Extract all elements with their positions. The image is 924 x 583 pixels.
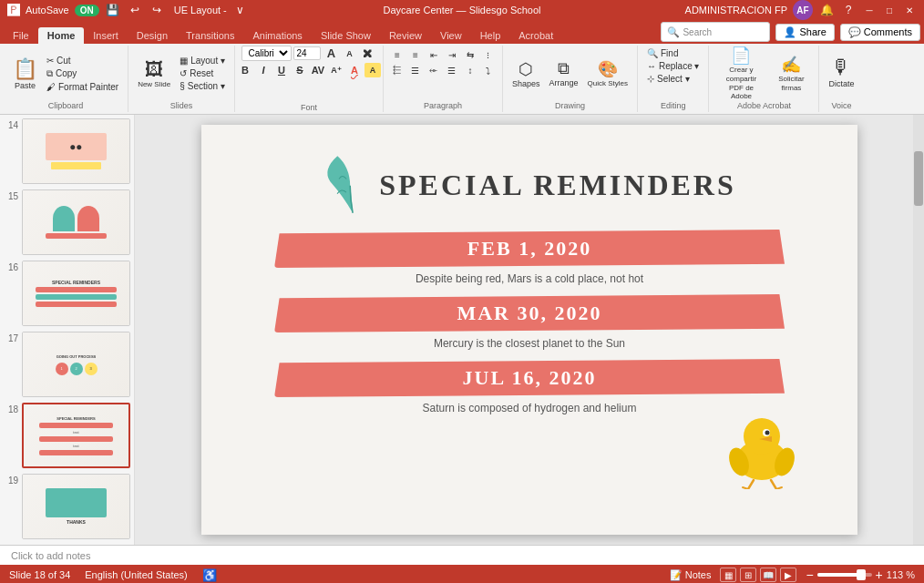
slide-thumb-14[interactable]: 14 ⬤ ⬤ <box>4 118 130 184</box>
redo-icon[interactable]: ↪ <box>149 2 165 18</box>
arrange-icon: ⧉ <box>558 59 570 78</box>
tab-review[interactable]: Review <box>380 27 431 44</box>
format-painter-button[interactable]: 🖌 Format Painter <box>43 81 122 93</box>
reminder-3-date: JUL 16, 2020 <box>274 359 785 397</box>
ribbon-group-paragraph: ≡ ≡ ⇤ ⇥ ⇆ ⫶ ⬱ ☰ ⬰ ☰ ↕ ⤵ Paragraph <box>384 46 503 112</box>
accessibility-icon[interactable]: ♿ <box>202 568 217 582</box>
reminder-2: MAR 30, 2020 Mercury is the closest plan… <box>274 294 785 350</box>
numbered-list-btn[interactable]: ≡ <box>407 47 424 62</box>
font-name-select[interactable]: Calibri <box>241 46 292 61</box>
rtl-btn[interactable]: ⇆ <box>462 47 478 62</box>
layout-button[interactable]: ▦ Layout ▾ <box>176 55 229 66</box>
zoom-slider[interactable] <box>817 573 872 577</box>
notes-bar[interactable]: Click to add notes <box>0 545 924 565</box>
tab-animations[interactable]: Animations <box>243 27 311 44</box>
autosave-toggle[interactable]: ON <box>75 5 99 16</box>
share-button[interactable]: 👤 Share <box>775 24 834 41</box>
section-icon: § <box>180 81 185 91</box>
request-signatures-button[interactable]: ✍ Solicitar firmas <box>769 49 813 98</box>
find-button[interactable]: 🔍 Find <box>643 47 703 59</box>
char-spacing-btn[interactable]: AV <box>310 63 326 77</box>
align-right-btn[interactable]: ⬰ <box>426 63 442 77</box>
tab-home[interactable]: Home <box>38 27 85 44</box>
paste-button[interactable]: 📋 Paste <box>9 49 41 98</box>
more-icon[interactable]: ∨ <box>232 2 249 18</box>
dictate-button[interactable]: 🎙 Dictate <box>825 47 857 97</box>
cut-button[interactable]: ✂ Cut <box>43 55 122 66</box>
tab-view[interactable]: View <box>431 27 471 44</box>
create-pdf-button[interactable]: 📄 Crear y compartir PDF de Adobe <box>714 49 767 98</box>
user-avatar[interactable]: AF <box>793 0 813 20</box>
slide-thumb-17[interactable]: 17 GOING OUT PROCESS 1 2 3 <box>4 332 130 397</box>
maximize-btn[interactable]: □ <box>882 4 897 16</box>
lang-info: English (United States) <box>85 569 188 580</box>
tab-file[interactable]: File <box>4 27 38 44</box>
search-icon: 🔍 <box>667 26 680 38</box>
slide-thumb-19[interactable]: 19 THANKS <box>4 474 130 539</box>
tab-help[interactable]: Help <box>471 27 510 44</box>
layout-indicator: UE Layout - <box>174 5 227 15</box>
justify-btn[interactable]: ☰ <box>444 63 460 77</box>
font-size-input[interactable] <box>293 46 321 60</box>
bold-btn[interactable]: B <box>237 63 253 77</box>
save-icon[interactable]: 💾 <box>105 2 121 18</box>
new-slide-button[interactable]: 🖼 New Slide <box>134 49 174 98</box>
tab-acrobat[interactable]: Acrobat <box>509 27 562 44</box>
shapes-button[interactable]: ⬡ Shapes <box>508 49 544 98</box>
copy-icon: ⧉ <box>46 68 53 79</box>
tab-transitions[interactable]: Transitions <box>177 27 243 44</box>
slide-sorter-btn[interactable]: ⊞ <box>740 568 756 582</box>
font-grow-btn[interactable]: A <box>323 46 339 61</box>
minimize-btn[interactable]: ─ <box>862 4 877 16</box>
zoom-in-btn[interactable]: + <box>876 568 883 582</box>
font-color-btn[interactable]: A <box>346 63 363 77</box>
notes-btn[interactable]: 📝 Notes <box>670 569 712 581</box>
reading-view-btn[interactable]: 📖 <box>760 568 776 582</box>
undo-icon[interactable]: ↩ <box>127 2 143 18</box>
arrange-button[interactable]: ⧉ Arrange <box>546 49 582 98</box>
font-row-1: Calibri A A 🗙 <box>241 46 375 61</box>
align-left-btn[interactable]: ⬱ <box>389 63 406 77</box>
close-btn[interactable]: ✕ <box>902 4 917 16</box>
reset-button[interactable]: ↺ Reset <box>176 67 229 79</box>
text-direction-btn[interactable]: ⤵ <box>480 63 497 77</box>
line-spacing-btn[interactable]: ↕ <box>462 63 478 77</box>
bullet-list-btn[interactable]: ≡ <box>389 47 406 62</box>
slideshow-btn[interactable]: ▶ <box>780 568 796 582</box>
normal-view-btn[interactable]: ▦ <box>720 568 736 582</box>
tab-slideshow[interactable]: Slide Show <box>312 27 380 44</box>
strikethrough-btn[interactable]: S <box>292 63 308 77</box>
section-button[interactable]: § Section ▾ <box>176 80 229 92</box>
bell-icon[interactable]: 🔔 <box>818 2 835 18</box>
right-scrollbar[interactable] <box>913 115 924 545</box>
tab-design[interactable]: Design <box>128 27 177 44</box>
comments-button[interactable]: 💬 Comments <box>840 24 920 41</box>
tab-insert[interactable]: Insert <box>84 27 128 44</box>
font-shrink-btn[interactable]: A <box>341 46 357 61</box>
ribbon-group-voice: 🎙 Dictate Voice <box>819 46 863 112</box>
slide-thumb-18[interactable]: 18 SPECIAL REMINDERS text text <box>4 403 130 468</box>
slide-thumb-15[interactable]: 15 <box>4 189 130 255</box>
replace-icon: ↔ <box>647 61 656 71</box>
zoom-out-btn[interactable]: − <box>806 568 813 582</box>
highlight-btn[interactable]: A <box>364 63 381 77</box>
col-btn[interactable]: ⫶ <box>480 47 497 62</box>
ribbon: 📋 Paste ✂ Cut ⧉ Copy 🖌 Format Painter Cl… <box>0 44 924 115</box>
scroll-thumb <box>914 151 923 206</box>
underline-btn[interactable]: U <box>273 63 290 77</box>
text-shadow-btn[interactable]: A⁺ <box>328 63 344 77</box>
select-button[interactable]: ⊹ Select ▾ <box>643 73 703 85</box>
search-box[interactable]: 🔍 Search <box>661 22 770 42</box>
slide-canvas[interactable]: SPECIAL REMINDERS FEB 1, 2020 Despite be… <box>201 125 857 535</box>
decrease-indent-btn[interactable]: ⇤ <box>426 47 442 62</box>
slide-thumb-16[interactable]: 16 SPECIAL REMINDERS <box>4 261 130 326</box>
center-btn[interactable]: ☰ <box>407 63 424 77</box>
increase-indent-btn[interactable]: ⇥ <box>444 47 460 62</box>
app-icon: 🅿 <box>7 3 20 17</box>
more-options-icon[interactable]: ? <box>840 2 857 18</box>
copy-button[interactable]: ⧉ Copy <box>43 67 122 80</box>
replace-button[interactable]: ↔ Replace ▾ <box>643 60 703 72</box>
italic-btn[interactable]: I <box>255 63 272 77</box>
quick-styles-button[interactable]: 🎨 Quick Styles <box>584 49 631 98</box>
clear-format-btn[interactable]: 🗙 <box>359 46 375 61</box>
